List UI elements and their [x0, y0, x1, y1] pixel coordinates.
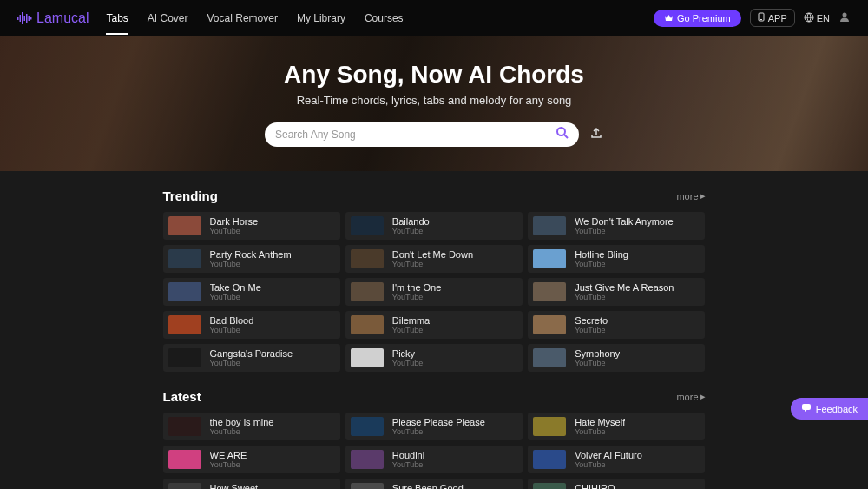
song-source: YouTube — [575, 227, 674, 235]
globe-icon — [804, 12, 814, 24]
song-card[interactable]: How SweetYouTube — [163, 479, 340, 489]
header-right: Go Premium APP EN — [654, 9, 851, 27]
song-thumbnail — [533, 483, 566, 489]
nav-ai-cover[interactable]: AI Cover — [148, 2, 188, 35]
song-title: the boy is mine — [210, 417, 274, 427]
latest-more-link[interactable]: more ▸ — [676, 391, 705, 402]
song-card[interactable]: WE AREYouTube — [163, 446, 340, 473]
song-source: YouTube — [575, 427, 625, 436]
song-card[interactable]: SymphonyYouTube — [528, 344, 705, 372]
search-icon[interactable] — [556, 126, 569, 142]
svg-rect-3 — [24, 16, 26, 21]
trending-header: Trending more ▸ — [163, 171, 706, 212]
song-card[interactable]: HoudiniYouTube — [345, 446, 523, 473]
latest-title: Latest — [163, 389, 201, 404]
song-source: YouTube — [210, 359, 293, 367]
song-card[interactable]: Just Give Me A ReasonYouTube — [528, 278, 705, 306]
svg-rect-2 — [22, 12, 23, 24]
song-card[interactable]: SecretoYouTube — [528, 311, 705, 339]
svg-point-10 — [843, 12, 847, 17]
song-card[interactable]: Take On MeYouTube — [163, 278, 340, 306]
song-title: I'm the One — [392, 282, 442, 293]
song-source: YouTube — [210, 427, 274, 436]
song-source: YouTube — [392, 293, 442, 301]
song-info: Sure Been GoodYouTube — [392, 483, 464, 489]
song-source: YouTube — [575, 293, 674, 301]
song-card[interactable]: Dark HorseYouTube — [163, 212, 340, 240]
song-source: YouTube — [392, 227, 430, 235]
song-info: Hate MyselfYouTube — [575, 417, 625, 436]
song-card[interactable]: Don't Let Me DownYouTube — [345, 245, 523, 273]
phone-icon — [758, 12, 765, 23]
song-thumbnail — [168, 282, 201, 301]
song-title: Symphony — [575, 348, 620, 359]
song-thumbnail — [168, 450, 201, 469]
song-thumbnail — [351, 417, 384, 436]
go-premium-button[interactable]: Go Premium — [654, 10, 741, 27]
lang-label: EN — [817, 13, 830, 23]
song-info: We Don't Talk AnymoreYouTube — [575, 216, 674, 235]
song-card[interactable]: Gangsta's ParadiseYouTube — [163, 344, 340, 372]
song-title: How Sweet — [210, 483, 259, 489]
song-card[interactable]: Hate MyselfYouTube — [528, 413, 705, 440]
song-title: Don't Let Me Down — [392, 249, 473, 260]
nav-my-library[interactable]: My Library — [297, 2, 345, 35]
song-card[interactable]: Sure Been GoodYouTube — [345, 479, 523, 489]
song-info: PickyYouTube — [392, 348, 423, 367]
song-card[interactable]: Volver Al FuturoYouTube — [528, 446, 705, 473]
nav-courses[interactable]: Courses — [365, 2, 404, 35]
nav-vocal-remover[interactable]: Vocal Remover — [207, 2, 278, 35]
song-card[interactable]: Party Rock AnthemYouTube — [163, 245, 340, 273]
song-card[interactable]: Please Please PleaseYouTube — [345, 413, 523, 440]
song-title: Dilemma — [392, 315, 430, 326]
upload-icon[interactable] — [589, 126, 603, 143]
song-card[interactable]: BailandoYouTube — [345, 212, 523, 240]
song-title: Sure Been Good — [392, 483, 464, 489]
user-icon[interactable] — [838, 10, 851, 26]
song-info: WE AREYouTube — [210, 450, 247, 469]
song-thumbnail — [351, 216, 384, 235]
song-card[interactable]: We Don't Talk AnymoreYouTube — [528, 212, 705, 240]
song-title: Hate Myself — [575, 417, 625, 427]
song-source: YouTube — [575, 359, 620, 367]
song-title: Just Give Me A Reason — [575, 282, 674, 293]
song-title: Bad Blood — [210, 315, 254, 326]
song-info: the boy is mineYouTube — [210, 417, 274, 436]
song-card[interactable]: DilemmaYouTube — [345, 311, 523, 339]
song-card[interactable]: CHIHIROYouTube — [528, 479, 705, 489]
song-info: Party Rock AnthemYouTube — [210, 249, 292, 268]
logo-text: Lamucal — [36, 10, 89, 26]
svg-point-11 — [557, 128, 565, 135]
song-info: Just Give Me A ReasonYouTube — [575, 282, 674, 301]
latest-section: Latest more ▸ the boy is mineYouTubePlea… — [163, 372, 706, 489]
song-source: YouTube — [210, 260, 292, 268]
song-source: YouTube — [210, 326, 254, 334]
language-button[interactable]: EN — [804, 12, 830, 24]
more-label: more — [676, 392, 698, 402]
header: Lamucal Tabs AI Cover Vocal Remover My L… — [0, 0, 868, 36]
svg-rect-13 — [802, 404, 811, 410]
song-thumbnail — [168, 417, 201, 436]
trending-more-link[interactable]: more ▸ — [676, 190, 705, 202]
song-thumbnail — [168, 249, 201, 268]
search-input[interactable] — [275, 129, 556, 141]
song-info: Bad BloodYouTube — [210, 315, 254, 334]
song-card[interactable]: the boy is mineYouTube — [163, 413, 340, 440]
logo[interactable]: Lamucal — [17, 10, 89, 26]
song-card[interactable]: Bad BloodYouTube — [163, 311, 340, 339]
song-thumbnail — [351, 348, 384, 367]
song-card[interactable]: I'm the OneYouTube — [345, 278, 523, 306]
song-title: Hotline Bling — [575, 249, 628, 260]
song-title: CHIHIRO — [575, 483, 615, 489]
app-button[interactable]: APP — [750, 9, 795, 27]
song-card[interactable]: Hotline BlingYouTube — [528, 245, 705, 273]
feedback-button[interactable]: Feedback — [791, 398, 868, 420]
song-card[interactable]: PickyYouTube — [345, 344, 523, 372]
caret-right-icon: ▸ — [700, 190, 706, 202]
song-title: Volver Al Futuro — [575, 450, 642, 460]
song-info: Take On MeYouTube — [210, 282, 261, 301]
app-label: APP — [768, 13, 787, 23]
nav-tabs[interactable]: Tabs — [106, 2, 128, 35]
song-source: YouTube — [392, 427, 485, 436]
main-nav: Tabs AI Cover Vocal Remover My Library C… — [106, 2, 653, 35]
